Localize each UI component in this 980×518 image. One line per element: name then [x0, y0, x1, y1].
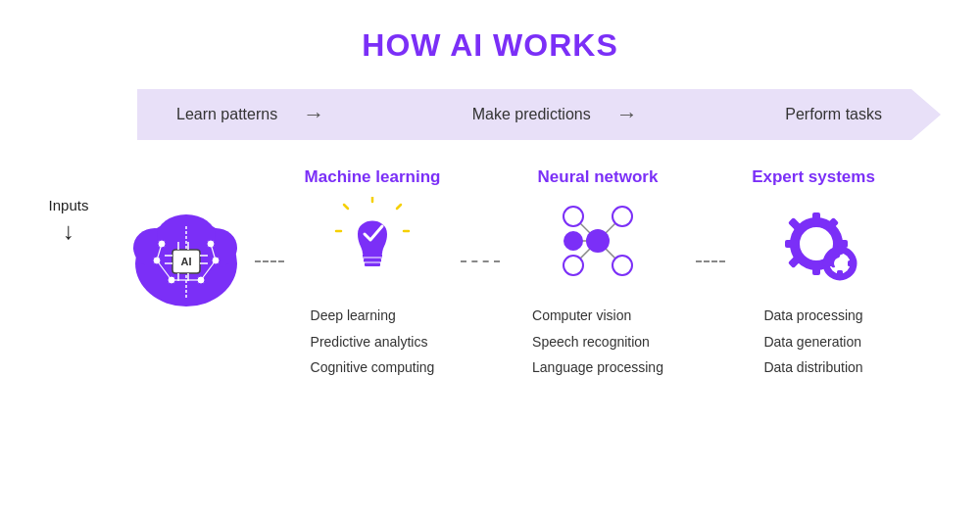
page-title: HOW AI WORKS [362, 27, 617, 64]
svg-line-27 [344, 205, 348, 209]
content-area: Learn patterns → Make predictions → Perf… [20, 79, 960, 518]
ml-item-1: Deep learning [311, 303, 435, 329]
lightbulb-icon-area [328, 197, 416, 285]
arrow-icon-2: → [616, 102, 638, 127]
svg-rect-50 [785, 240, 797, 248]
gear-icon [769, 197, 858, 285]
svg-rect-59 [837, 246, 843, 255]
nn-sub-items: Computer vision Speech recognition Langu… [532, 303, 663, 381]
ml-column: Machine learning [284, 167, 461, 381]
ml-title: Machine learning [305, 167, 441, 187]
inputs-label: Inputs [49, 197, 89, 213]
svg-line-28 [397, 205, 401, 209]
svg-rect-62 [848, 260, 857, 266]
banner-step1: Learn patterns → [176, 102, 332, 127]
svg-point-46 [612, 256, 632, 275]
nn-column: Neural network [500, 167, 696, 381]
svg-point-58 [834, 258, 846, 269]
expert-column: Expert systems [725, 167, 902, 381]
expert-title: Expert systems [752, 167, 875, 187]
lightbulb-icon [333, 197, 412, 285]
svg-point-44 [586, 229, 610, 253]
svg-point-43 [564, 256, 583, 275]
brain-column: AI [118, 167, 255, 314]
step3-label: Perform tasks [785, 106, 882, 123]
nn-title: Neural network [538, 167, 659, 187]
ml-item-2: Predictive analytics [311, 329, 435, 355]
svg-point-56 [805, 232, 828, 256]
expert-item-3: Data distribution [763, 354, 862, 381]
step2-label: Make predictions [472, 106, 591, 123]
svg-point-41 [564, 207, 583, 226]
svg-rect-60 [837, 270, 843, 279]
expert-sub-items: Data processing Data generation Data dis… [763, 303, 862, 381]
expert-item-2: Data generation [763, 329, 862, 355]
expert-item-1: Data processing [763, 303, 862, 329]
svg-rect-49 [812, 263, 820, 275]
svg-text:AI: AI [181, 256, 192, 267]
ml-sub-items: Deep learning Predictive analytics Cogni… [311, 303, 435, 381]
svg-point-45 [612, 207, 632, 226]
svg-rect-48 [812, 212, 820, 224]
svg-rect-61 [823, 260, 832, 266]
nn-item-2: Speech recognition [532, 329, 663, 355]
brain-icon: AI [127, 207, 245, 314]
ml-item-3: Cognitive computing [311, 354, 435, 381]
connector-3 [696, 260, 725, 262]
gear-icon-area [769, 197, 858, 285]
svg-point-42 [564, 231, 583, 251]
neural-network-icon [554, 197, 642, 285]
arrow-banner: Learn patterns → Make predictions → Perf… [137, 89, 941, 140]
down-arrow-icon: ↓ [63, 219, 74, 243]
nn-item-1: Computer vision [532, 303, 663, 329]
svg-rect-33 [365, 262, 380, 266]
connector-2 [461, 260, 500, 262]
step1-label: Learn patterns [176, 106, 277, 123]
connector-1 [255, 260, 284, 262]
neural-icon-area [554, 197, 642, 285]
banner-step3: Perform tasks [785, 106, 882, 123]
main-row: Inputs ↓ [20, 167, 960, 381]
banner-step2: Make predictions → [472, 102, 646, 127]
svg-rect-32 [364, 259, 381, 262]
inputs-column: Inputs ↓ [20, 167, 118, 243]
arrow-icon-1: → [303, 102, 324, 127]
nn-item-3: Language processing [532, 354, 663, 381]
